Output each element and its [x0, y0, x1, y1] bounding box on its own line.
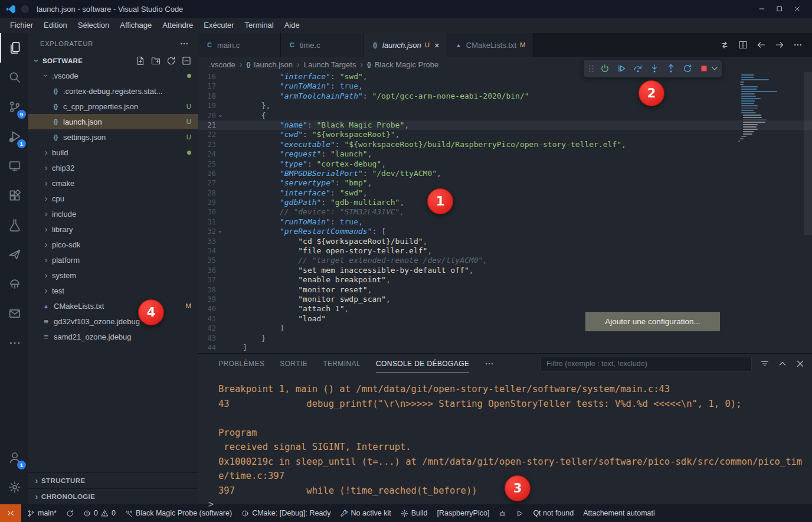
code-line-43[interactable]: 43 }	[198, 334, 812, 343]
menu-fichier[interactable]: Fichier	[5, 18, 38, 33]
add-configuration-button[interactable]: Ajouter une configuration...	[585, 312, 720, 331]
tree-item-cmakelists-txt[interactable]: ▲CMakeLists.txtM	[28, 298, 198, 314]
debug-step-into-button[interactable]	[646, 61, 663, 76]
line-number[interactable]: 23	[198, 140, 216, 149]
code-line-44[interactable]: 44 ]	[198, 343, 812, 353]
section-header-software[interactable]: › SOFTWARE	[28, 54, 198, 68]
debug-console[interactable]: Breakpoint 1, main () at /mnt/data/git/o…	[198, 374, 812, 498]
status-problems[interactable]: 00	[78, 504, 120, 522]
status-remote[interactable]	[0, 504, 21, 522]
line-number[interactable]: 34	[198, 246, 216, 256]
activity-run-and-debug[interactable]: 1	[0, 122, 28, 151]
menu-terminal[interactable]: Terminal	[240, 18, 279, 33]
status-git-branch[interactable]: main*	[22, 504, 61, 522]
menu-affichage[interactable]: Affichage	[114, 18, 157, 33]
code-line-37[interactable]: 37 "enable breakpoint",	[198, 275, 812, 285]
split-icon[interactable]	[738, 40, 748, 50]
tree-item-build[interactable]: ›build	[28, 145, 198, 160]
close-tab-icon[interactable]: ×	[434, 41, 440, 50]
tab-launch-json[interactable]: {}launch.jsonU×	[364, 33, 447, 57]
activity-remote-explorer[interactable]	[0, 151, 28, 181]
breadcrumb-item[interactable]: Launch Targets	[304, 60, 356, 69]
code-line-17[interactable]: 17 "runToMain": true,	[198, 81, 812, 91]
maximize-button[interactable]	[771, 0, 788, 18]
code-line-22[interactable]: 22 "cwd": "${workspaceRoot}",	[198, 130, 812, 139]
line-number[interactable]: 39	[198, 295, 216, 304]
line-number[interactable]: 42	[198, 324, 216, 333]
line-number[interactable]: 18	[198, 92, 216, 101]
refresh-icon[interactable]	[166, 56, 176, 66]
tree-item-launch-json[interactable]: {}launch.jsonU	[28, 114, 198, 129]
code-line-25[interactable]: 25 "type": "cortex-debug",	[198, 159, 812, 169]
tree-item-cortex-debug-registers-stat[interactable]: {}.cortex-debug.registers.stat...	[28, 83, 198, 99]
panel-tab-console-de-d-bogage[interactable]: CONSOLE DE DÉBOGAGE	[376, 355, 469, 373]
debug-power-button[interactable]	[597, 61, 613, 76]
tree-item-test[interactable]: ›test	[28, 283, 198, 298]
arrow-right-icon[interactable]	[775, 40, 784, 50]
line-number[interactable]: 30	[198, 207, 216, 217]
line-number[interactable]: 26	[198, 169, 216, 178]
line-number[interactable]: 16	[198, 72, 216, 81]
filter-input[interactable]	[541, 357, 752, 371]
tree-item-platform[interactable]: ›platform	[28, 252, 198, 267]
code-line-29[interactable]: 29 "gdbPath": "gdb-multiarch",	[198, 198, 812, 207]
menu-edition[interactable]: Edition	[38, 18, 73, 33]
code-line-26[interactable]: 26 "BMPGDBSerialPort": "/dev/ttyACM0",	[198, 169, 812, 178]
breadcrumb-item[interactable]: launch.json	[254, 60, 293, 69]
tree-item-system[interactable]: ›system	[28, 267, 198, 283]
activity-messages[interactable]	[0, 299, 28, 328]
line-number[interactable]: 31	[198, 217, 216, 227]
activity-accounts[interactable]: 1	[0, 443, 28, 472]
ellipsis-icon[interactable]	[793, 40, 803, 50]
line-number[interactable]: 36	[198, 266, 216, 275]
scrollbar-slider[interactable]	[804, 72, 812, 235]
minimap[interactable]	[736, 74, 804, 143]
debug-step-over-button[interactable]	[630, 61, 646, 76]
activity-platformio[interactable]	[0, 240, 28, 269]
tree-item-samd21-ozone-jdebug[interactable]: ≡samd21_ozone.jdebug	[28, 329, 198, 344]
debug-continue-button[interactable]	[613, 61, 630, 76]
panel-more-icon[interactable]	[484, 359, 494, 368]
new-file-icon[interactable]	[136, 56, 145, 66]
code-line-28[interactable]: 28 "interface": "swd",	[198, 188, 812, 198]
code-line-41[interactable]: 41 "load"	[198, 314, 812, 324]
tree-item-c-cpp-properties-json[interactable]: {}c_cpp_properties.jsonU	[28, 99, 198, 114]
code-line-40[interactable]: 40 "attach 1",	[198, 304, 812, 314]
code-line-30[interactable]: 30 // "device": "STM32L431VC",	[198, 207, 812, 217]
code-line-20[interactable]: 20› {	[198, 111, 812, 120]
breadcrumb-item[interactable]: .vscode	[209, 60, 235, 69]
menu-atteindre[interactable]: Atteindre	[157, 18, 198, 33]
tree-item-cmake[interactable]: ›cmake	[28, 175, 198, 191]
line-number[interactable]: 21	[198, 120, 216, 130]
code-line-23[interactable]: 23 "executable": "${workspaceRoot}/build…	[198, 140, 812, 149]
code-line-27[interactable]: 27 "servertype": "bmp",	[198, 178, 812, 188]
tree-item-gd32vf103-ozone-jdebug[interactable]: ≡gd32vf103_ozone.jdebug	[28, 314, 198, 329]
debug-more-debug-button[interactable]	[710, 61, 719, 76]
line-number[interactable]: 41	[198, 314, 216, 324]
line-number[interactable]: 27	[198, 178, 216, 188]
tree-item-library[interactable]: ›library	[28, 221, 198, 237]
tree-item-pico-sdk[interactable]: ›pico-sdk	[28, 237, 198, 252]
code-line-34[interactable]: 34 "file open-story-teller.elf",	[198, 246, 812, 256]
filter-icon[interactable]	[760, 359, 770, 368]
close-button[interactable]	[788, 0, 806, 18]
code-editor[interactable]: 16 "interface": "swd",17 "runToMain": tr…	[198, 72, 812, 353]
tree-item-include[interactable]: ›include	[28, 206, 198, 221]
explorer-more-actions-icon[interactable]	[179, 39, 189, 48]
code-line-32[interactable]: 32› "preRestartCommands": [	[198, 227, 812, 236]
panel-tab-probl-mes[interactable]: PROBLÈMES	[218, 355, 264, 373]
line-number[interactable]: 19	[198, 101, 216, 110]
code-line-18[interactable]: 18 "armToolchainPath": "/opt/gcc-arm-non…	[198, 92, 812, 101]
line-number[interactable]: 38	[198, 285, 216, 295]
code-line-21[interactable]: 21 "name": "Black Magic Probe",	[198, 120, 812, 130]
line-number[interactable]: 43	[198, 334, 216, 343]
editor-scrollbar[interactable]	[804, 72, 812, 353]
line-number[interactable]: 40	[198, 304, 216, 314]
chevron-up-icon[interactable]	[778, 359, 787, 368]
tab-time-c[interactable]: Ctime.c	[281, 33, 364, 57]
line-number[interactable]: 25	[198, 159, 216, 169]
section-header-chronologie[interactable]: ›CHRONOLOGIE	[28, 488, 198, 504]
activity-source-control[interactable]: 9	[0, 92, 28, 122]
line-number[interactable]: 29	[198, 198, 216, 207]
code-line-31[interactable]: 31 "runToMain": true,	[198, 217, 812, 227]
